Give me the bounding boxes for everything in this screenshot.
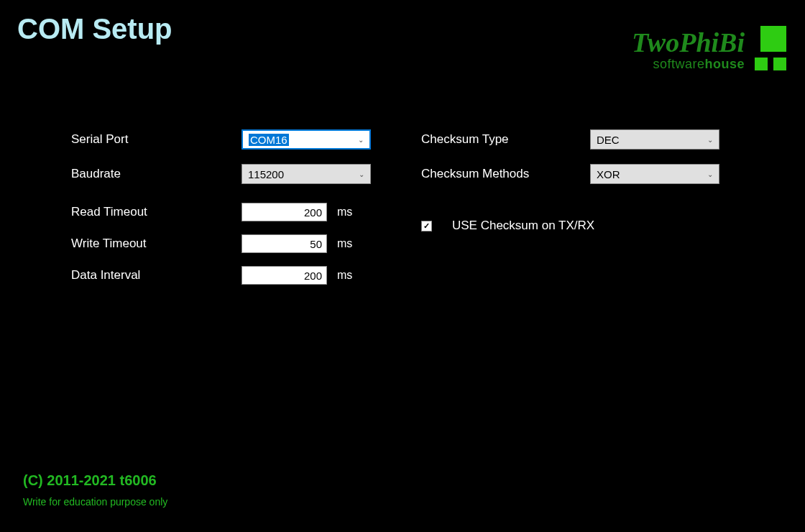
logo-sub-prefix: software xyxy=(653,57,704,71)
checksum-type-row: Checksum Type DEC ⌄ xyxy=(421,129,719,150)
checksum-type-label: Checksum Type xyxy=(421,132,590,147)
logo-sub-bold: house xyxy=(704,57,745,71)
serial-port-select[interactable]: COM16 ⌄ xyxy=(242,129,371,150)
checksum-methods-label: Checksum Methods xyxy=(421,167,590,181)
logo: TwoPhiBi softwarehouse xyxy=(632,26,786,70)
checksum-methods-select[interactable]: XOR ⌄ xyxy=(590,164,719,184)
write-timeout-row: Write Timeout ms xyxy=(71,234,371,253)
data-interval-row: Data Interval ms xyxy=(71,266,371,285)
footnote-text: Write for education purpose only xyxy=(23,496,167,508)
read-timeout-row: Read Timeout ms xyxy=(71,203,371,221)
data-interval-unit: ms xyxy=(337,269,352,282)
checksum-type-select[interactable]: DEC ⌄ xyxy=(590,129,719,150)
baudrate-label: Baudrate xyxy=(71,167,242,181)
logo-subtitle: softwarehouse xyxy=(653,58,745,70)
read-timeout-label: Read Timeout xyxy=(71,205,242,219)
checksum-type-value: DEC xyxy=(597,134,620,146)
logo-text: TwoPhiBi softwarehouse xyxy=(632,29,745,70)
logo-brand: TwoPhiBi xyxy=(632,29,745,56)
use-checksum-row: ✓ USE Checksum on TX/RX xyxy=(421,219,719,233)
page-title: COM Setup xyxy=(17,13,172,45)
data-interval-input[interactable] xyxy=(242,266,327,285)
data-interval-label: Data Interval xyxy=(71,268,242,283)
use-checksum-checkbox[interactable]: ✓ xyxy=(421,221,432,231)
baudrate-row: Baudrate 115200 ⌄ xyxy=(71,164,371,184)
left-column: Serial Port COM16 ⌄ Baudrate 115200 ⌄ Re… xyxy=(71,129,371,298)
read-timeout-unit: ms xyxy=(337,206,352,219)
footer: (C) 2011-2021 t6006 Write for education … xyxy=(23,472,167,508)
use-checksum-label: USE Checksum on TX/RX xyxy=(452,219,594,233)
serial-port-label: Serial Port xyxy=(71,132,242,147)
serial-port-row: Serial Port COM16 ⌄ xyxy=(71,129,371,150)
baudrate-value: 115200 xyxy=(248,168,284,180)
write-timeout-unit: ms xyxy=(337,237,352,250)
write-timeout-input[interactable] xyxy=(242,234,327,253)
form-area: Serial Port COM16 ⌄ Baudrate 115200 ⌄ Re… xyxy=(71,129,719,298)
chevron-down-icon: ⌄ xyxy=(358,136,364,144)
read-timeout-input[interactable] xyxy=(242,203,327,221)
write-timeout-label: Write Timeout xyxy=(71,237,242,251)
copyright-text: (C) 2011-2021 t6006 xyxy=(23,472,167,489)
baudrate-select[interactable]: 115200 ⌄ xyxy=(242,164,371,184)
logo-squares-icon xyxy=(755,26,786,70)
checksum-methods-value: XOR xyxy=(597,168,620,180)
checksum-methods-row: Checksum Methods XOR ⌄ xyxy=(421,164,719,184)
chevron-down-icon: ⌄ xyxy=(707,170,713,178)
serial-port-value: COM16 xyxy=(249,134,289,146)
chevron-down-icon: ⌄ xyxy=(359,170,364,178)
right-column: Checksum Type DEC ⌄ Checksum Methods XOR… xyxy=(421,129,719,298)
chevron-down-icon: ⌄ xyxy=(707,136,713,144)
